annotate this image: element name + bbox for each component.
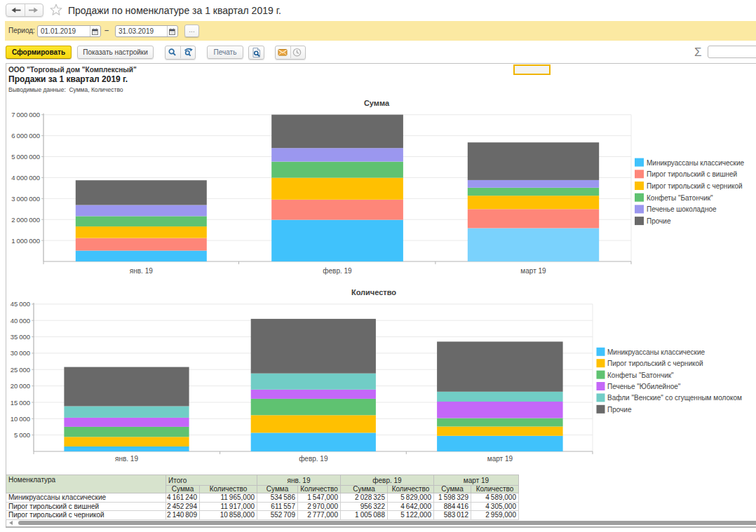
svg-text:янв. 19: янв. 19 <box>130 267 153 275</box>
svg-text:март 19: март 19 <box>520 267 546 275</box>
svg-text:10 000: 10 000 <box>11 415 30 423</box>
svg-text:Миникруассаны классические: Миникруассаны классические <box>647 159 745 167</box>
svg-text:янв. 19: янв. 19 <box>115 455 138 463</box>
svg-text:Миникруассаны классические: Миникруассаны классические <box>607 348 706 356</box>
svg-text:30 000: 30 000 <box>11 349 30 357</box>
svg-text:Конфеты "Батончик": Конфеты "Батончик" <box>647 194 713 202</box>
svg-text:5 000: 5 000 <box>14 431 30 439</box>
svg-text:февр. 19: февр. 19 <box>299 455 328 463</box>
svg-text:Прочие: Прочие <box>607 406 632 414</box>
svg-text:Пирог тирольский с черникой: Пирог тирольский с черникой <box>607 360 703 367</box>
svg-text:4 000 000: 4 000 000 <box>11 174 40 182</box>
svg-text:15 000: 15 000 <box>11 399 30 407</box>
svg-text:6 000 000: 6 000 000 <box>11 132 40 139</box>
svg-text:Прочие: Прочие <box>647 217 671 225</box>
svg-text:40 000: 40 000 <box>11 317 30 325</box>
svg-text:2 000 000: 2 000 000 <box>11 216 40 224</box>
svg-text:Пирог тирольский с вишней: Пирог тирольский с вишней <box>647 170 737 178</box>
svg-text:Пирог тирольский с черникой: Пирог тирольский с черникой <box>647 182 743 190</box>
svg-text:7 000 000: 7 000 000 <box>11 111 40 118</box>
svg-text:Количество: Количество <box>351 288 396 296</box>
svg-text:3 000 000: 3 000 000 <box>11 195 40 203</box>
svg-text:25 000: 25 000 <box>11 366 30 374</box>
svg-text:45 000: 45 000 <box>11 300 30 308</box>
svg-text:35 000: 35 000 <box>11 333 30 341</box>
svg-text:Печенье "Юбилейное": Печенье "Юбилейное" <box>607 383 681 390</box>
svg-text:5 000 000: 5 000 000 <box>11 153 40 161</box>
svg-text:Сумма: Сумма <box>364 99 390 107</box>
svg-text:20 000: 20 000 <box>11 382 30 390</box>
svg-text:Вафли "Венские" со сгущенным м: Вафли "Венские" со сгущенным молоком <box>607 394 742 402</box>
svg-text:февр. 19: февр. 19 <box>323 267 352 275</box>
svg-text:март 19: март 19 <box>487 455 513 463</box>
svg-text:Печенье шоколадное: Печенье шоколадное <box>647 205 717 213</box>
svg-text:Конфеты "Батончик": Конфеты "Батончик" <box>607 371 674 379</box>
svg-text:1 000 000: 1 000 000 <box>11 237 40 245</box>
